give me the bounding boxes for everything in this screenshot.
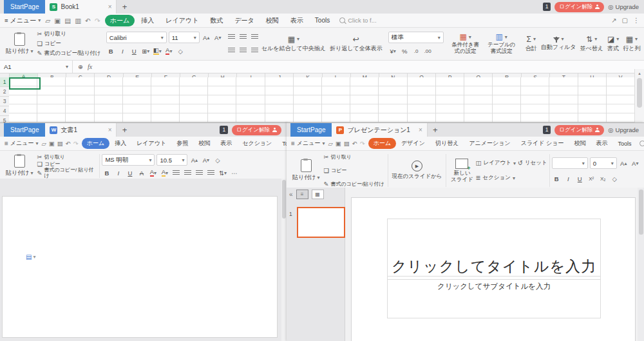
scroll-up-icon[interactable]: ▴ <box>635 69 644 78</box>
copy-button[interactable]: ❏コピー <box>323 167 384 174</box>
menu-item-Tools[interactable]: Tools <box>277 139 287 148</box>
rows-cols-button[interactable]: ▦▾ 行と列 <box>621 29 642 59</box>
scrollbar-thumb[interactable] <box>282 180 286 219</box>
cut-button[interactable]: ✂切り取り <box>323 153 384 161</box>
paste-button[interactable]: 貼り付け▾ <box>4 153 35 179</box>
play-from-current-button[interactable]: ▶ 現在のスライドから <box>390 152 444 189</box>
menu-item-ホーム[interactable]: ホーム <box>105 15 135 26</box>
tab-close-icon[interactable]: × <box>103 126 112 133</box>
superscript-button[interactable]: X² <box>587 174 596 184</box>
upgrade-button[interactable]: ◎Upgrade <box>608 126 639 133</box>
upgrade-button[interactable]: ◎Upgrade <box>608 3 639 10</box>
font-size-select[interactable]: 0▾ <box>590 157 617 169</box>
menu-item-表示[interactable]: 表示 <box>285 15 308 26</box>
menu-item-挿入[interactable]: 挿入 <box>109 138 131 149</box>
preview-icon[interactable]: ▥ <box>75 17 81 24</box>
user-badge[interactable]: 1 <box>543 3 551 10</box>
autofilter-button[interactable]: ▾ 自動フィルタ <box>539 29 578 59</box>
tab-close-icon[interactable]: × <box>103 3 112 10</box>
share-icon[interactable]: ↗ <box>611 17 616 24</box>
reset-button[interactable]: ↺リセット <box>518 159 547 167</box>
save-icon[interactable]: ▣ <box>54 17 61 24</box>
tab-startpage[interactable]: StartPage <box>4 0 45 14</box>
new-tab-button[interactable]: + <box>117 123 132 137</box>
menu-item-参照[interactable]: 参照 <box>171 138 193 149</box>
percent-button[interactable]: % <box>400 46 410 56</box>
fx-label[interactable]: fx <box>88 63 92 70</box>
writer-page[interactable]: ▤▾ <box>2 196 278 338</box>
number-format-select[interactable]: 標準▾ <box>388 32 444 43</box>
collapse-panel-button[interactable]: « <box>289 191 293 198</box>
new-tab-button[interactable]: + <box>428 123 443 137</box>
logout-button[interactable]: ログイン解除 <box>232 125 281 135</box>
logout-button[interactable]: ログイン解除 <box>554 2 604 12</box>
format-button[interactable]: ◪▾ 書式 <box>605 29 621 59</box>
align-top-button[interactable] <box>227 32 236 42</box>
save-icon[interactable]: ▣ <box>336 140 341 147</box>
bold-button[interactable]: B <box>106 46 116 56</box>
menu-item-レイアウト[interactable]: レイアウト <box>131 138 171 149</box>
name-box[interactable]: A1 ▾ <box>0 61 73 73</box>
pres-search[interactable]: Cli... <box>639 140 644 147</box>
font-color-button[interactable]: A▾ <box>164 46 174 56</box>
font-size-select[interactable]: 11▾ <box>169 32 200 43</box>
menu-item-校閲[interactable]: 校閲 <box>569 138 591 149</box>
line-spacing-button[interactable]: ⇅▾ <box>218 168 227 178</box>
menu-item-切り替え[interactable]: 切り替え <box>430 138 464 149</box>
window-icon[interactable]: ▢ <box>622 17 628 24</box>
pres-vertical-scrollbar[interactable] <box>638 188 644 341</box>
align-right-button[interactable] <box>194 168 204 178</box>
print-icon[interactable]: ▤ <box>344 140 350 147</box>
user-badge[interactable]: 1 <box>220 126 228 133</box>
tab-startpage[interactable]: StartPage <box>4 123 45 137</box>
tab-close-icon[interactable]: × <box>413 126 422 133</box>
font-grow-button[interactable]: A▴ <box>619 159 629 168</box>
menu-item-表示[interactable]: 表示 <box>215 138 237 149</box>
menu-item-Tools[interactable]: Tools <box>310 15 335 25</box>
undo-icon[interactable]: ↶ <box>352 140 357 147</box>
align-left-button[interactable] <box>171 168 181 178</box>
subscript-button[interactable]: X₂ <box>598 174 608 184</box>
writer-vertical-scrollbar[interactable] <box>281 179 287 341</box>
thumbnail-view-toggle[interactable]: ▦ <box>312 190 324 199</box>
font-name-select[interactable]: Calibri▾ <box>106 32 167 43</box>
undo-icon[interactable]: ↶ <box>85 17 91 24</box>
fill-color-button[interactable]: ◧▾ <box>153 46 162 56</box>
align-justify-button[interactable] <box>206 168 216 178</box>
main-menu-button[interactable]: ≡メニュー▾ <box>5 16 41 25</box>
menu-item-データ[interactable]: データ <box>229 15 259 26</box>
subtitle-placeholder[interactable]: クリックしてサブタイトルを入力 <box>387 276 601 318</box>
menu-item-校閲[interactable]: 校閲 <box>193 138 215 149</box>
undo-icon[interactable]: ↶ <box>66 140 71 147</box>
open-icon[interactable]: ▱ <box>328 140 333 147</box>
tab-presentation1[interactable]: P プレゼンテーション1 × <box>332 123 427 137</box>
italic-button[interactable]: I <box>564 174 573 184</box>
open-icon[interactable]: ▱ <box>45 17 50 24</box>
font-size-select[interactable]: 10.5▾ <box>156 154 187 166</box>
row-header-4[interactable]: 4 <box>0 106 9 116</box>
tab-startpage[interactable]: StartPage <box>290 123 332 137</box>
font-name-select[interactable]: MS 明朝▾ <box>102 154 155 166</box>
cut-button[interactable]: ✂切り取り <box>37 30 100 38</box>
font-grow-button[interactable]: A▴ <box>202 33 211 43</box>
paste-button[interactable]: 貼り付け▾ <box>4 30 35 58</box>
wrap-text-button[interactable]: ↩ 折り返して全体表示 <box>328 29 384 59</box>
cut-button[interactable]: ✂切り取り <box>37 153 96 161</box>
section-button[interactable]: ≣セクション▾ <box>475 174 515 182</box>
menu-item-校閲[interactable]: 校閲 <box>261 15 284 26</box>
user-badge[interactable]: 1 <box>543 126 551 133</box>
merge-center-button[interactable]: ▦▾ セルを結合して中央揃え <box>260 29 328 59</box>
insert-function-icon[interactable]: ⊕ <box>78 63 83 70</box>
menu-item-レイアウト[interactable]: レイアウト <box>160 15 204 26</box>
font-grow-button[interactable]: A▴ <box>189 155 199 165</box>
menu-item-デザイン[interactable]: デザイン <box>396 138 430 149</box>
decrease-decimal-button[interactable]: .00 <box>423 46 433 56</box>
menu-item-挿入[interactable]: 挿入 <box>136 15 159 26</box>
format-painter-button[interactable]: ✎書式のコピー/ 貼り付け <box>37 168 96 179</box>
selected-cell-a1[interactable] <box>9 77 41 90</box>
tab-book1[interactable]: S Book1 × <box>45 0 117 14</box>
font-shrink-button[interactable]: A▾ <box>630 159 640 168</box>
underline-button[interactable]: U <box>575 174 585 184</box>
sum-button[interactable]: Σ▾ 合計 <box>524 29 539 59</box>
logout-button[interactable]: ログイン解除 <box>554 125 604 135</box>
